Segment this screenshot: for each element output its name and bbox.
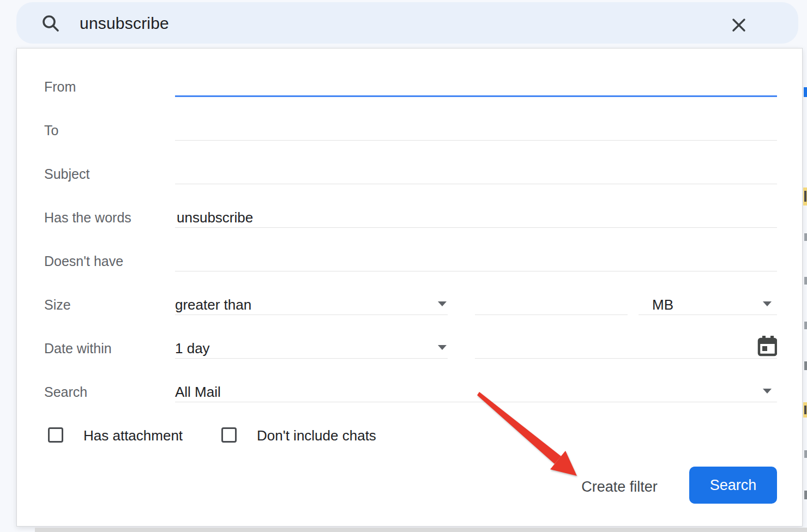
search-scope-chevron-down-icon[interactable]: [763, 389, 772, 394]
size-comparator-chevron-down-icon[interactable]: [438, 301, 447, 306]
size-unit-select[interactable]: MB: [652, 295, 673, 314]
has-attachment-label: Has attachment: [83, 426, 183, 445]
search-icon: [40, 13, 62, 37]
date-period-select[interactable]: 1 day: [175, 339, 210, 358]
has-words-underline: [175, 227, 777, 228]
background-fragment: [804, 491, 807, 499]
size-amount-underline: [475, 315, 628, 315]
to-underline: [175, 140, 777, 141]
from-underline: [175, 95, 777, 97]
to-label: To: [44, 121, 58, 140]
dont-include-chats-label: Don't include chats: [257, 426, 376, 445]
size-comparator-select[interactable]: greater than: [175, 295, 251, 314]
background-fragment: [804, 87, 807, 97]
gmail-search-bar[interactable]: unsubscribe: [16, 2, 798, 44]
date-value-underline: [475, 358, 777, 359]
from-label: From: [44, 77, 76, 96]
dont-include-chats-checkbox[interactable]: [221, 427, 237, 443]
subject-underline: [175, 184, 777, 184]
background-fragment: [804, 191, 806, 202]
search-scope-label: Search: [44, 383, 87, 401]
date-within-label: Date within: [44, 339, 112, 358]
background-fragment: [804, 277, 807, 285]
search-input[interactable]: unsubscribe: [80, 14, 169, 33]
close-icon[interactable]: [730, 16, 748, 37]
size-label: Size: [44, 295, 71, 314]
calendar-icon[interactable]: [757, 336, 777, 359]
background-fragment: [804, 233, 807, 241]
background-fragment: [804, 450, 807, 458]
doesnt-have-label: Doesn't have: [44, 252, 123, 270]
background-fragment: [804, 406, 806, 414]
size-unit-underline: [639, 315, 777, 315]
background-fragment: [804, 361, 807, 370]
search-button[interactable]: Search: [689, 467, 777, 504]
search-filter-dialog: From To Subject Has the words unsubscrib…: [16, 48, 803, 527]
has-words-label: Has the words: [44, 208, 131, 227]
size-unit-chevron-down-icon[interactable]: [763, 301, 772, 306]
has-attachment-checkbox[interactable]: [48, 427, 63, 443]
size-comparator-underline: [175, 315, 448, 315]
date-period-underline: [175, 358, 448, 359]
date-period-chevron-down-icon[interactable]: [438, 345, 447, 350]
create-filter-button[interactable]: Create filter: [565, 476, 674, 498]
subject-label: Subject: [44, 165, 89, 183]
search-scope-underline: [175, 402, 777, 402]
background-fragment: [804, 322, 807, 329]
search-scope-select[interactable]: All Mail: [175, 383, 221, 401]
doesnt-have-underline: [175, 271, 777, 271]
has-words-input[interactable]: unsubscribe: [177, 208, 253, 227]
background-bottom-strip: [35, 528, 807, 532]
